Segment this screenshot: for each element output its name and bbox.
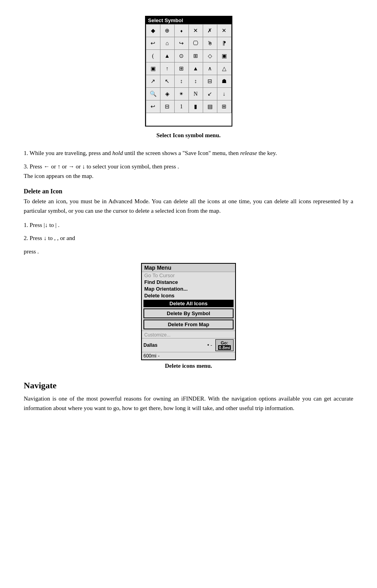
map-menu-item-customize[interactable]: Customize... bbox=[142, 332, 235, 338]
symbol-cell[interactable]: ✕ bbox=[217, 25, 232, 37]
map-menu-scale-dash: - bbox=[158, 353, 160, 359]
symbol-cell[interactable]: ▮ bbox=[189, 100, 203, 113]
symbol-cell[interactable]: ⊟ bbox=[160, 100, 175, 113]
map-menu-item-deletefrommap[interactable]: Delete From Map bbox=[143, 320, 234, 329]
delete-step1: 1. Press |↓ to | . bbox=[24, 220, 353, 231]
step1-text: 1. While you are traveling, press and ho… bbox=[24, 148, 353, 159]
map-menu-bottom: 600mi - bbox=[142, 352, 235, 359]
step1-end: the key. bbox=[257, 150, 277, 156]
symbol-cell[interactable]: ↪ bbox=[175, 37, 189, 50]
map-menu-dash: - bbox=[211, 342, 212, 348]
symbol-cell[interactable]: ⁋ bbox=[217, 37, 232, 50]
symbol-cell[interactable]: ↩ bbox=[146, 100, 160, 113]
symbol-cell[interactable]: ▲ bbox=[189, 62, 203, 75]
map-menu-figure: Map Menu Go To Cursor Find Distance Map … bbox=[24, 263, 353, 369]
symbol-cell[interactable]: ⊞ bbox=[217, 100, 232, 113]
symbol-cell[interactable]: ( bbox=[146, 50, 160, 62]
map-menu-item-deleteicons[interactable]: Delete Icons bbox=[142, 292, 235, 299]
symbol-cell[interactable]: ↕ bbox=[175, 75, 189, 88]
map-menu-go-value: 0.8mi bbox=[218, 345, 231, 350]
symbol-cell[interactable]: 🖱 bbox=[203, 37, 217, 50]
del-step1-end: | . bbox=[55, 222, 60, 228]
step1-release: release bbox=[240, 150, 257, 156]
map-menu-go: Go: 0.8mi bbox=[215, 339, 234, 351]
symbol-cell[interactable]: ↙ bbox=[203, 88, 217, 100]
symbol-cell[interactable]: ▤ bbox=[203, 100, 217, 113]
symbol-cell[interactable]: ↑ bbox=[160, 62, 175, 75]
del-step2-mid: , , or and bbox=[53, 235, 75, 241]
symbol-figure: Select Symbol ◆ ⊕ ⬧ ✕ ✗ ✕ ↩ ⌂ ↪ 🖵 🖱 ⁋ ( … bbox=[24, 16, 353, 139]
map-menu-item-goto[interactable]: Go To Cursor bbox=[142, 272, 235, 279]
map-menu-sep bbox=[142, 331, 235, 331]
symbol-cell[interactable]: ∧ bbox=[203, 62, 217, 75]
step1-prefix: 1. While you are traveling, press and bbox=[24, 150, 112, 156]
delete-para: To delete an icon, you must be in Advanc… bbox=[24, 197, 353, 216]
symbol-cell[interactable]: ⌂ bbox=[160, 37, 175, 50]
symbol-cell[interactable]: ↩ bbox=[146, 37, 160, 50]
symbol-cell[interactable]: ⬧ bbox=[175, 25, 189, 37]
map-menu-item-deleteall[interactable]: Delete All Icons bbox=[143, 300, 234, 307]
symbol-cell[interactable]: ◈ bbox=[160, 88, 175, 100]
symbol-cell[interactable]: ⊕ bbox=[160, 25, 175, 37]
delete-press: press . bbox=[24, 247, 353, 257]
symbol-cell[interactable]: ↕ bbox=[189, 75, 203, 88]
symbol-cell[interactable]: ↓ bbox=[217, 88, 232, 100]
del-step2-text: 2. Press ↓ to bbox=[24, 235, 53, 241]
symbol-grid-container: Select Symbol ◆ ⊕ ⬧ ✕ ✗ ✕ ↩ ⌂ ↪ 🖵 🖱 ⁋ ( … bbox=[145, 16, 232, 127]
step3-text: 3. Press ← or ↑ or → or ↓ to select your… bbox=[24, 162, 353, 181]
symbol-cell[interactable]: ↗ bbox=[146, 75, 160, 88]
map-menu-box: Map Menu Go To Cursor Find Distance Map … bbox=[141, 263, 236, 360]
symbol-grid: ◆ ⊕ ⬧ ✕ ✗ ✕ ↩ ⌂ ↪ 🖵 🖱 ⁋ ( ▲ ⊙ ⊞ ◇ ▣ bbox=[146, 24, 232, 126]
del-press-text: press . bbox=[24, 248, 39, 255]
map-menu-city: Dallas bbox=[143, 342, 206, 348]
symbol-cell[interactable]: ◇ bbox=[203, 50, 217, 62]
symbol-cell[interactable]: ✴ bbox=[175, 88, 189, 100]
navigate-para: Navigation is one of the most powerful r… bbox=[24, 394, 353, 413]
delete-step2: 2. Press ↓ to , , or and bbox=[24, 233, 353, 244]
symbol-cell[interactable]: 1 bbox=[175, 100, 189, 113]
symbol-cell[interactable]: ◆ bbox=[146, 25, 160, 37]
symbol-cell[interactable]: ▲ bbox=[160, 50, 175, 62]
delete-icon-heading: Delete an Icon bbox=[24, 188, 353, 195]
symbol-cell[interactable]: ⊞ bbox=[175, 62, 189, 75]
map-menu-item-deletebysymbol[interactable]: Delete By Symbol bbox=[143, 308, 234, 318]
del-step1-text: 1. Press bbox=[24, 222, 42, 228]
del-step1-sym: |↓ to bbox=[43, 222, 54, 228]
symbol-cell[interactable]: ☗ bbox=[217, 75, 232, 88]
symbol-cell[interactable]: ↖ bbox=[160, 75, 175, 88]
symbol-cell[interactable]: ⊙ bbox=[175, 50, 189, 62]
symbol-cell[interactable]: ⊞ bbox=[189, 50, 203, 62]
symbol-cell[interactable]: ✕ bbox=[189, 25, 203, 37]
symbol-cell[interactable]: ▣ bbox=[217, 50, 232, 62]
symbol-menu-caption: Select Icon symbol menu. bbox=[156, 132, 221, 139]
map-menu-item-finddist[interactable]: Find Distance bbox=[142, 279, 235, 285]
navigate-heading: Navigate bbox=[24, 380, 353, 391]
symbol-cell[interactable]: N bbox=[189, 88, 203, 100]
step3-start: 3. Press ← or ↑ or → or ↓ to select your… bbox=[24, 163, 176, 170]
map-menu-go-label: Go: bbox=[218, 340, 231, 345]
map-menu-dot: • bbox=[207, 342, 209, 348]
step1-cont: until the screen shows a "Save Icon" men… bbox=[123, 150, 240, 156]
symbol-cell[interactable]: ✗ bbox=[203, 25, 217, 37]
map-menu-caption: Delete icons menu. bbox=[165, 363, 212, 369]
map-menu-title: Map Menu bbox=[142, 264, 235, 272]
map-menu-status: Dallas • - Go: 0.8mi bbox=[142, 338, 235, 352]
symbol-cell[interactable]: 🔍 bbox=[146, 88, 160, 100]
symbol-cell[interactable]: △ bbox=[217, 62, 232, 75]
symbol-cell[interactable]: 🖵 bbox=[189, 37, 203, 50]
step3-end: The icon appears on the map. bbox=[24, 173, 94, 179]
page-content: Select Symbol ◆ ⊕ ⬧ ✕ ✗ ✕ ↩ ⌂ ↪ 🖵 🖱 ⁋ ( … bbox=[24, 16, 353, 413]
step1-hold: hold bbox=[112, 150, 123, 156]
map-menu-scale: 600mi bbox=[143, 353, 156, 359]
symbol-cell[interactable]: ⊟ bbox=[203, 75, 217, 88]
map-menu-item-orientation[interactable]: Map Orientation... bbox=[142, 285, 235, 292]
symbol-cell[interactable]: ▣ bbox=[146, 62, 160, 75]
symbol-menu-title: Select Symbol bbox=[146, 17, 232, 24]
